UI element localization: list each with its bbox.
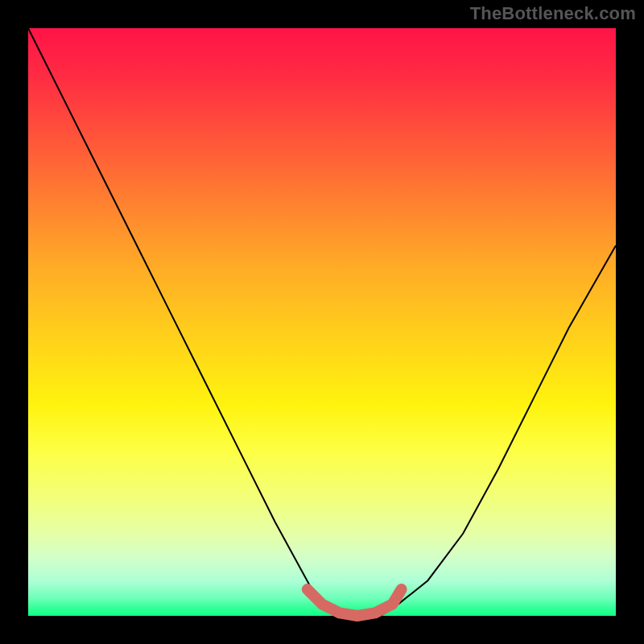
chart-frame: TheBottleneck.com bbox=[0, 0, 644, 644]
optimal-band-highlight bbox=[308, 589, 402, 616]
watermark-text: TheBottleneck.com bbox=[470, 3, 636, 24]
curve-layer bbox=[28, 28, 616, 616]
plot-area bbox=[28, 28, 616, 616]
bottleneck-curve bbox=[28, 28, 616, 616]
